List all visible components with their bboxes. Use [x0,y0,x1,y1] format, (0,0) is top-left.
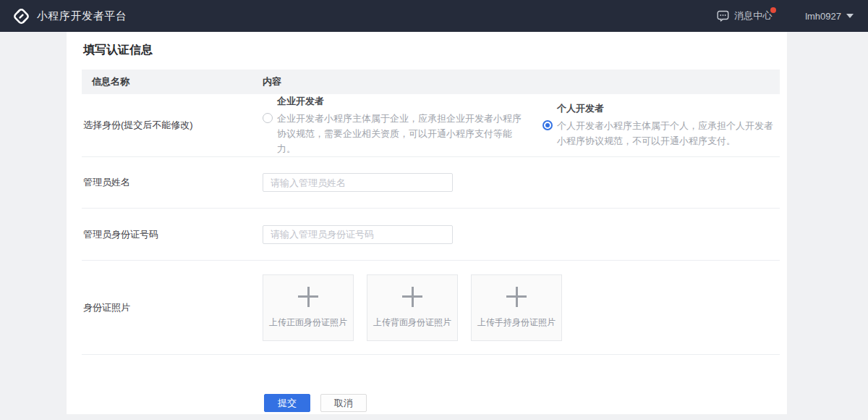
plus-icon [506,287,527,307]
message-center-label: 消息中心 [734,9,772,22]
identity-row-label: 选择身份(提交后不能修改) [82,119,263,132]
option-personal-developer: 个人开发者 个人开发者小程序主体属于个人，应承担个人开发者小程序协议规范，不可以… [542,102,779,148]
row-admin-name: 管理员姓名 [82,157,780,209]
upload-group: 上传正面身份证照片 上传背面身份证照片 上传手持身份证照片 [263,274,575,341]
enterprise-option-title: 企业开发者 [277,95,524,108]
row-identity-select: 选择身份(提交后不能修改) 企业开发者 企业开发者小程序主体属于企业，应承担企业… [82,94,780,157]
upload-handheld-label: 上传手持身份证照片 [477,316,556,329]
upload-id-back-button[interactable]: 上传背面身份证照片 [367,274,458,341]
plus-icon [402,287,422,307]
table-header-row: 信息名称 内容 [82,70,780,94]
notification-dot [770,7,776,13]
certification-form-table: 信息名称 内容 选择身份(提交后不能修改) 企业开发者 企业开发者小程序主体属于… [82,70,780,412]
upload-front-label: 上传正面身份证照片 [269,316,347,329]
enterprise-radio-button[interactable] [263,113,273,123]
admin-id-input[interactable] [263,225,453,244]
upload-id-handheld-button[interactable]: 上传手持身份证照片 [471,274,562,341]
content-panel: 填写认证信息 信息名称 内容 选择身份(提交后不能修改) 企业开发者 企业开发者… [67,32,787,414]
enterprise-option-description: 企业开发者小程序主体属于企业，应承担企业开发者小程序协议规范，需要企业相关资质，… [277,111,524,156]
upload-back-label: 上传背面身份证照片 [373,316,451,329]
row-admin-id-number: 管理员身份证号码 [82,209,780,261]
column-header-info-name: 信息名称 [82,75,263,88]
column-header-content: 内容 [263,75,780,88]
chevron-down-icon [846,14,854,18]
page-title: 填写认证信息 [83,43,153,58]
option-enterprise-developer: 企业开发者 企业开发者小程序主体属于企业，应承担企业开发者小程序协议规范，需要企… [263,95,524,156]
message-bubble-icon [717,10,729,22]
admin-name-input[interactable] [263,173,453,192]
username: lmh0927 [805,11,841,22]
submit-button[interactable]: 提交 [264,394,310,412]
admin-name-label: 管理员姓名 [82,176,263,189]
app-logo-icon [13,8,30,25]
form-actions: 提交 取消 [82,355,780,412]
row-id-photos: 身份证照片 上传正面身份证照片 上传背面身份证照片 上传手持身份证照片 [82,261,780,355]
personal-option-title: 个人开发者 [557,102,779,115]
top-navigation-bar: 小程序开发者平台 消息中心 lmh0927 [0,0,868,32]
plus-icon [298,287,318,307]
admin-id-label: 管理员身份证号码 [82,228,263,241]
user-account-menu[interactable]: lmh0927 [805,11,854,22]
id-photos-label: 身份证照片 [82,301,263,314]
app-title: 小程序开发者平台 [37,9,127,23]
message-center-button[interactable]: 消息中心 [717,9,772,22]
cancel-button[interactable]: 取消 [320,394,367,412]
identity-options: 企业开发者 企业开发者小程序主体属于企业，应承担企业开发者小程序协议规范，需要企… [263,95,780,156]
upload-id-front-button[interactable]: 上传正面身份证照片 [263,274,354,341]
personal-option-description: 个人开发者小程序主体属于个人，应承担个人开发者小程序协议规范，不可以开通小程序支… [557,118,779,148]
personal-radio-button[interactable] [542,120,553,130]
